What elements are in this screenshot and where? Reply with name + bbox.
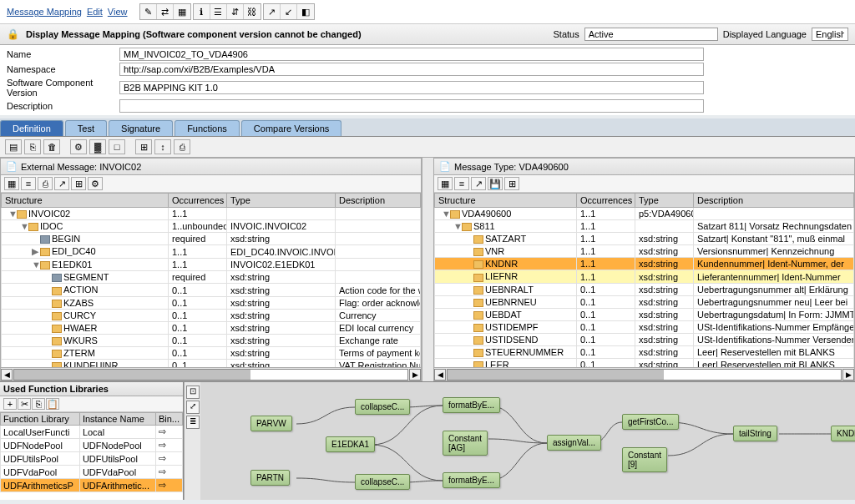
tab-test[interactable]: Test [65, 120, 107, 136]
col-structure[interactable]: Structure [2, 194, 169, 208]
table-row[interactable]: CURCY0..1xsd:stringCurrency [2, 309, 421, 321]
table-row[interactable]: UEBDAT0..1xsd:stringUebertragungsdatum| … [435, 308, 854, 320]
flow-node-tail[interactable]: tailString [733, 426, 777, 441]
cut-icon[interactable]: ✂ [18, 398, 31, 410]
scroll-right-icon[interactable]: ▶ [409, 369, 421, 381]
import-icon[interactable]: ↙ [281, 4, 297, 19]
tool-icon[interactable]: 🗑 [43, 139, 60, 154]
tool-icon[interactable]: ▦ [4, 177, 19, 190]
table-row[interactable]: KNDNR1..1xsd:stringKundennummer| Ident-N… [435, 258, 854, 270]
scroll-left-icon[interactable]: ◀ [434, 369, 446, 381]
tool-icon[interactable]: ⚙ [70, 139, 87, 154]
description-field[interactable] [119, 99, 704, 113]
tab-signature[interactable]: Signature [109, 120, 173, 136]
tool-icon[interactable]: ⎙ [38, 177, 53, 190]
compare-icon[interactable]: ⇵ [227, 4, 244, 19]
flow-node-assign[interactable]: assignVal... [547, 435, 601, 451]
namespace-field[interactable] [119, 63, 704, 76]
table-row[interactable]: UEBNRNEU0..1xsd:stringUebertragungsnumme… [435, 295, 854, 308]
menu-edit[interactable]: Edit [87, 7, 103, 17]
lib-col-bin[interactable]: Bin... [155, 413, 182, 426]
table-row[interactable]: KUNDEUINR0..1xsd:stringVAT Registration … [2, 360, 421, 367]
scroll-right-icon[interactable]: ▶ [842, 369, 854, 381]
tab-definition[interactable]: Definition [0, 120, 63, 136]
flow-node-cc2[interactable]: collapseC... [355, 474, 410, 490]
table-row[interactable]: WKURS0..1xsd:stringExchange rate [2, 334, 421, 346]
flow-node-kndnr[interactable]: KNDNR [831, 426, 855, 441]
table-row[interactable]: ▼IDOC1..unboundedINVOIC.INVOIC02 [2, 220, 421, 233]
add-icon[interactable]: + [3, 398, 17, 410]
table-row[interactable]: HWAER0..1xsd:stringEDI local currency [2, 321, 421, 334]
fit-icon[interactable]: ⤢ [186, 401, 200, 414]
export-icon[interactable]: ↗ [264, 4, 281, 19]
mapping-flow[interactable]: PARVWE1EDKA1PARTNcollapseC...collapseC..… [200, 382, 855, 500]
list-item[interactable]: UDFUtilsPoolUDFUtilsPool⇨ [1, 452, 183, 466]
misc-icon[interactable]: ◧ [297, 4, 314, 19]
flow-node-e1edka1[interactable]: E1EDKA1 [326, 436, 375, 452]
table-row[interactable]: USTIDSEND0..1xsd:stringUSt-Identifikatio… [435, 333, 854, 345]
tool-icon[interactable]: ▤ [5, 139, 22, 154]
tool-icon[interactable]: ▓ [89, 139, 106, 154]
tool-icon[interactable]: 💾 [488, 177, 503, 190]
list-item[interactable]: UDFNodePoolUDFNodePool⇨ [1, 439, 183, 452]
col-occurrences[interactable]: Occurrences [577, 194, 635, 208]
list-item[interactable]: UDFVdaPoolUDFVdaPool⇨ [1, 466, 183, 479]
table-row[interactable]: ZTERM0..1xsd:stringTerms of payment key [2, 346, 421, 359]
table-row[interactable]: USTIDEMPF0..1xsd:stringUSt-Identifikatio… [435, 320, 854, 333]
col-description[interactable]: Description [694, 194, 854, 208]
copy-icon[interactable]: ⎘ [32, 398, 45, 410]
table-row[interactable]: UEBNRALT0..1xsd:stringUebertragungsnumme… [435, 283, 854, 295]
flow-node-const2[interactable]: Constant[9] [622, 447, 667, 472]
tool-icon[interactable]: ⎙ [174, 139, 190, 154]
tool-icon[interactable]: ⎘ [24, 139, 41, 154]
table-row[interactable]: BEGINrequiredxsd:string [2, 233, 421, 245]
lib-col-instance[interactable]: Instance Name [79, 413, 155, 426]
menu-view[interactable]: View [108, 7, 128, 17]
tool-icon[interactable]: ↗ [471, 177, 486, 190]
table-row[interactable]: ▼VDA4906001..1p5:VDA490600 [435, 208, 854, 220]
tool-icon[interactable]: ⊞ [504, 177, 519, 190]
tool-icon[interactable]: ⚙ [88, 177, 103, 190]
tool-icon[interactable]: ⊞ [71, 177, 86, 190]
switch-icon[interactable]: ⇄ [157, 4, 174, 19]
tool-icon[interactable]: □ [109, 139, 125, 154]
tool-icon[interactable]: ≡ [21, 177, 36, 190]
lib-col-library[interactable]: Function Library [1, 413, 80, 426]
col-occurrences[interactable]: Occurrences [169, 194, 227, 208]
col-type[interactable]: Type [227, 194, 336, 208]
table-row[interactable]: KZABS0..1xsd:stringFlag: order acknowled… [2, 296, 421, 309]
flow-node-const1[interactable]: Constant[AG] [443, 431, 488, 456]
table-row[interactable]: LEER0..1xsd:stringLeer| Reservestellen m… [435, 359, 854, 367]
link-icon[interactable]: ⛓ [244, 4, 261, 19]
left-grid[interactable]: Structure Occurrences Type Description ▼… [1, 193, 421, 367]
table-row[interactable]: ▶EDI_DC401..1EDI_DC40.INVOIC.INVOIC02 [2, 245, 421, 259]
tab-functions[interactable]: Functions [175, 120, 240, 136]
col-structure[interactable]: Structure [435, 194, 577, 208]
tool-icon[interactable]: ≡ [454, 177, 469, 190]
table-row[interactable]: ▼S8111..1Satzart 811| Vorsatz Rechnungsd… [435, 220, 854, 233]
tab-compare[interactable]: Compare Versions [241, 120, 342, 136]
table-row[interactable]: VNR1..1xsd:stringVersionsnummer| Kennzei… [435, 245, 854, 258]
right-grid[interactable]: Structure Occurrences Type Description ▼… [434, 193, 854, 367]
table-row[interactable]: SATZART1..1xsd:stringSatzart| Konstant "… [435, 233, 854, 245]
list-item[interactable]: LocalUserFunctiLocal⇨ [1, 426, 183, 439]
table-row[interactable]: ACTION0..1xsd:stringAction code for the … [2, 284, 421, 296]
col-type[interactable]: Type [635, 194, 694, 208]
tool-icon[interactable]: ↗ [54, 177, 69, 190]
menu-message-mapping[interactable]: Message Mapping [7, 7, 82, 17]
table-row[interactable]: ▼E1EDK011..1INVOIC02.E1EDK01 [2, 259, 421, 271]
flow-node-partn[interactable]: PARTN [250, 470, 290, 486]
flow-node-getfirst[interactable]: getFirstCo... [622, 414, 679, 430]
table-row[interactable]: STEUERNUMMER0..1xsd:stringLeer| Reserves… [435, 346, 854, 359]
col-description[interactable]: Description [336, 194, 421, 208]
list-item[interactable]: UDFArithmeticsPUDFArithmetic...⇨ [1, 479, 183, 492]
name-field[interactable] [119, 48, 704, 61]
layout-icon[interactable]: ≣ [186, 416, 200, 429]
tree-icon[interactable]: ☰ [210, 4, 227, 19]
flow-node-cc1[interactable]: collapseC... [355, 399, 410, 415]
table-row[interactable]: LIEFNR1..1xsd:stringLieferantennummer| I… [435, 270, 854, 283]
flow-node-fbe1[interactable]: formatByE... [443, 397, 500, 413]
left-hscroll[interactable]: ◀ ▶ [1, 367, 421, 381]
info-icon[interactable]: ℹ [194, 4, 210, 19]
scroll-left-icon[interactable]: ◀ [1, 369, 13, 381]
